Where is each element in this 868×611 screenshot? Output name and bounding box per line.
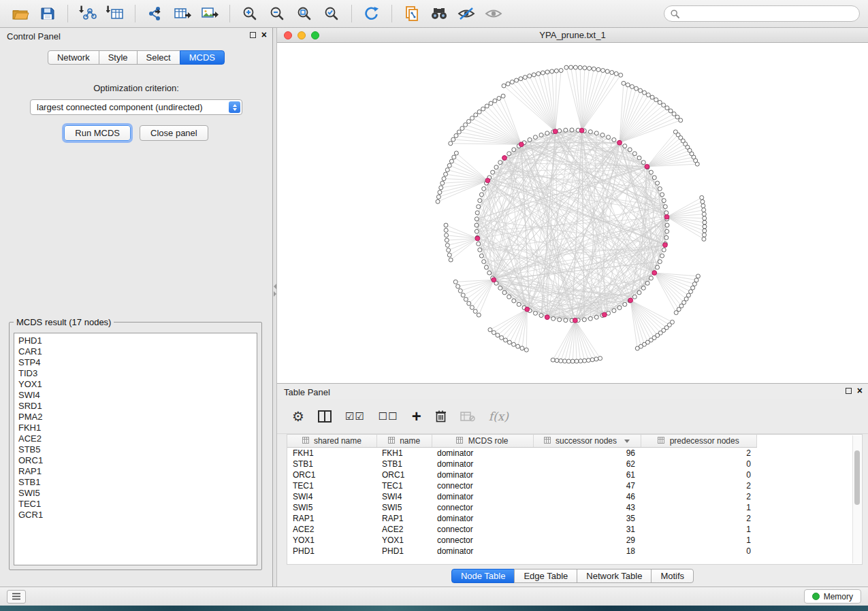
table-cell[interactable]: SWI5 [287, 502, 376, 513]
list-item[interactable]: ORC1 [18, 455, 257, 466]
table-row[interactable]: ORC1ORC1dominator610 [287, 469, 756, 480]
clone-network-icon[interactable] [400, 3, 424, 24]
run-mcds-button[interactable]: Run MCDS [64, 125, 131, 141]
memory-button[interactable]: Memory [804, 589, 861, 604]
column-header-name[interactable]: name [376, 435, 432, 447]
zoom-fit-icon[interactable] [292, 3, 317, 24]
table-row[interactable]: SWI5SWI5connector431 [287, 502, 756, 513]
column-header-shared-name[interactable]: shared name [287, 435, 376, 447]
table-row[interactable]: YOX1YOX1connector291 [287, 535, 756, 546]
table-row[interactable]: PHD1PHD1dominator180 [287, 546, 756, 557]
table-cell[interactable]: connector [432, 524, 533, 535]
table-cell[interactable]: ACE2 [287, 524, 376, 535]
list-item[interactable]: PMA2 [18, 412, 257, 423]
table-cell[interactable]: PHD1 [376, 546, 432, 557]
table-cell[interactable]: 18 [533, 546, 641, 557]
tab-node-table[interactable]: Node Table [451, 569, 515, 583]
close-panel-icon[interactable]: × [261, 31, 267, 38]
select-all-icon[interactable]: ☑☑ [345, 408, 365, 425]
tab-network[interactable]: Network [48, 50, 99, 65]
export-image-icon[interactable] [197, 3, 222, 24]
table-cell[interactable]: 35 [533, 513, 641, 524]
table-cell[interactable]: YOX1 [376, 535, 432, 546]
tab-select[interactable]: Select [137, 50, 180, 65]
table-settings-icon[interactable]: ⚙ [292, 408, 304, 425]
sort-caret-icon[interactable] [624, 440, 630, 443]
table-cell[interactable]: dominator [432, 469, 533, 480]
minimize-window-icon[interactable] [298, 31, 306, 39]
table-cell[interactable]: SWI4 [287, 491, 376, 502]
list-item[interactable]: PHD1 [18, 335, 257, 346]
add-column-icon[interactable]: + [412, 408, 421, 425]
close-window-icon[interactable] [284, 31, 292, 39]
list-item[interactable]: STP4 [18, 357, 257, 368]
table-cell[interactable]: 2 [641, 480, 756, 491]
list-item[interactable]: SRD1 [18, 401, 257, 412]
table-cell[interactable]: 2 [641, 513, 756, 524]
search-objects-icon[interactable] [427, 3, 451, 24]
table-row[interactable]: FKH1FKH1dominator962 [287, 447, 756, 459]
table-cell[interactable]: dominator [432, 491, 533, 502]
table-cell[interactable]: 2 [641, 447, 756, 459]
table-row[interactable]: SWI4SWI4dominator462 [287, 491, 756, 502]
list-item[interactable]: STB1 [18, 477, 257, 488]
table-scrollbar[interactable] [852, 435, 861, 563]
table-cell[interactable]: 46 [533, 491, 641, 502]
list-item[interactable]: GCR1 [18, 510, 257, 521]
table-cell[interactable]: 1 [641, 524, 756, 535]
float-table-panel-icon[interactable] [846, 388, 852, 394]
task-history-button[interactable] [7, 590, 26, 604]
table-cell[interactable]: 47 [533, 480, 641, 491]
delete-column-icon[interactable] [435, 408, 447, 425]
float-panel-icon[interactable] [250, 32, 256, 38]
refresh-icon[interactable] [359, 3, 384, 24]
list-item[interactable]: SWI4 [18, 390, 257, 401]
table-cell[interactable]: TEC1 [287, 480, 376, 491]
hide-selected-icon[interactable] [454, 3, 479, 24]
table-cell[interactable]: SWI4 [376, 491, 432, 502]
table-cell[interactable]: 62 [533, 459, 641, 469]
tab-style[interactable]: Style [99, 50, 138, 65]
save-icon[interactable] [35, 3, 60, 24]
import-network-icon[interactable] [76, 3, 100, 24]
import-table-icon[interactable] [103, 3, 127, 24]
table-cell[interactable]: 1 [641, 535, 756, 546]
table-cell[interactable]: 29 [533, 535, 641, 546]
table-cell[interactable]: ACE2 [376, 524, 432, 535]
table-cell[interactable]: ORC1 [376, 469, 432, 480]
mcds-result-list[interactable]: PHD1CAR1STP4TID3YOX1SWI4SRD1PMA2FKH1ACE2… [14, 333, 257, 565]
column-header-predecessor-nodes[interactable]: predecessor nodes [641, 435, 756, 447]
zoom-selected-icon[interactable] [319, 3, 344, 24]
list-item[interactable]: FKH1 [18, 423, 257, 433]
tab-mcds[interactable]: MCDS [180, 50, 225, 65]
list-item[interactable]: SWI5 [18, 488, 257, 499]
list-item[interactable]: YOX1 [18, 379, 257, 390]
export-table-icon[interactable] [170, 3, 195, 24]
table-cell[interactable]: TEC1 [376, 480, 432, 491]
table-cell[interactable]: connector [432, 535, 533, 546]
table-cell[interactable]: YOX1 [287, 535, 376, 546]
network-graph[interactable] [277, 43, 868, 383]
close-panel-button[interactable]: Close panel [140, 125, 208, 141]
table-cell[interactable]: dominator [432, 447, 533, 459]
table-cell[interactable]: 43 [533, 502, 641, 513]
list-item[interactable]: TID3 [18, 368, 257, 379]
tab-motifs[interactable]: Motifs [651, 569, 694, 583]
table-cell[interactable]: 0 [641, 469, 756, 480]
table-cell[interactable]: 1 [641, 502, 756, 513]
table-scrollbar-thumb[interactable] [854, 450, 860, 505]
table-cell[interactable]: STB1 [287, 459, 376, 469]
tab-network-table[interactable]: Network Table [577, 569, 652, 583]
table-cell[interactable]: connector [432, 480, 533, 491]
close-table-panel-icon[interactable]: × [857, 387, 863, 394]
table-row[interactable]: TEC1TEC1connector472 [287, 480, 756, 491]
table-cell[interactable]: RAP1 [376, 513, 432, 524]
table-cell[interactable]: 96 [533, 447, 641, 459]
list-item[interactable]: RAP1 [18, 466, 257, 477]
table-cell[interactable]: RAP1 [287, 513, 376, 524]
network-canvas[interactable] [277, 43, 868, 383]
toggle-columns-icon[interactable] [318, 408, 332, 425]
table-cell[interactable]: FKH1 [376, 447, 432, 459]
table-row[interactable]: ACE2ACE2connector311 [287, 524, 756, 535]
list-item[interactable]: CAR1 [18, 346, 257, 357]
